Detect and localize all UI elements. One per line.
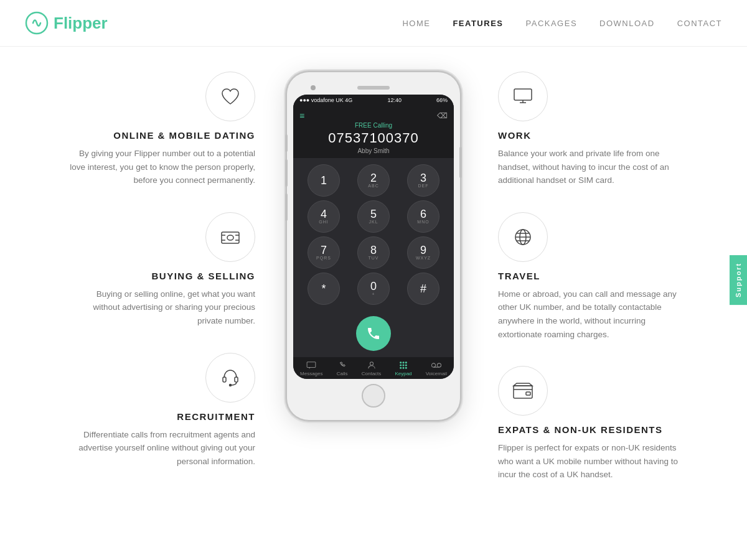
support-tab[interactable]: Support (730, 255, 747, 305)
globe-icon-circle (498, 212, 548, 262)
key-sub-1: ABC (368, 184, 378, 189)
tab-calls[interactable]: Calls (337, 361, 348, 376)
carrier-info: ●●● vodafone UK 4G (299, 97, 352, 103)
svg-point-19 (403, 367, 404, 368)
svg-rect-8 (235, 377, 238, 382)
svg-point-9 (230, 384, 232, 386)
volume-down-button (285, 194, 288, 221)
key-main-2: 3 (420, 172, 426, 184)
tab-messages-label: Messages (300, 371, 322, 376)
svg-point-20 (405, 367, 406, 368)
key-main-8: 9 (420, 245, 426, 256)
phone-screen: ●●● vodafone UK 4G 12:40 66% ≡ ⌫ FREE Ca… (293, 95, 454, 379)
free-calling-label: FREE Calling (293, 122, 454, 129)
tab-keypad[interactable]: Keypad (395, 361, 411, 376)
tab-messages[interactable]: Messages (300, 361, 322, 376)
key-main-3: 4 (321, 208, 327, 220)
dating-icon-circle (205, 72, 255, 121)
contacts-icon (366, 361, 377, 370)
svg-rect-33 (526, 392, 530, 395)
call-button[interactable] (356, 316, 391, 351)
voicemail-icon (431, 361, 442, 370)
key-4[interactable]: 4 GHI (308, 200, 340, 233)
wallet-icon-circle (498, 366, 548, 416)
key-sub-4: JKL (369, 220, 378, 225)
work-desc: Balance your work and private life from … (498, 147, 685, 187)
dating-title: ONLINE & MOBILE DATING (113, 130, 255, 141)
svg-point-15 (400, 365, 402, 366)
key-6[interactable]: 6 MNO (407, 200, 439, 233)
tab-contacts[interactable]: Contacts (362, 361, 382, 376)
key-0[interactable]: 0 + (357, 273, 390, 305)
left-features: ONLINE & MOBILE DATING By giving your Fl… (56, 72, 268, 493)
headset-icon-circle (205, 353, 255, 403)
svg-point-14 (405, 362, 406, 363)
delete-icon: ⌫ (437, 111, 448, 120)
logo[interactable]: Flipper (25, 11, 108, 35)
key-1[interactable]: 1 (308, 164, 340, 197)
home-button[interactable] (362, 384, 385, 408)
nav-contact[interactable]: CONTACT (677, 19, 722, 28)
key-main-6: 7 (321, 245, 327, 256)
work-title: WORK (498, 130, 532, 141)
caller-name: Abby Smith (293, 147, 454, 154)
tab-calls-label: Calls (337, 371, 348, 376)
phone-container: ●●● vodafone UK 4G 12:40 66% ≡ ⌫ FREE Ca… (268, 72, 479, 421)
key-8[interactable]: 8 TUV (357, 236, 390, 269)
expats-title: EXPATS & NON-UK RESIDENTS (498, 424, 662, 435)
main-nav: HOME FEATURES PACKAGES DOWNLOAD CONTACT (402, 19, 722, 28)
feature-expats: EXPATS & NON-UK RESIDENTS Flipper is per… (498, 366, 691, 482)
keypad-icon (398, 361, 409, 370)
nav-download[interactable]: DOWNLOAD (599, 19, 655, 28)
key-9[interactable]: 9 WXYZ (407, 236, 439, 269)
nav-packages[interactable]: PACKAGES (526, 19, 578, 28)
tab-voicemail-label: Voicemail (426, 371, 447, 376)
svg-point-11 (370, 362, 373, 365)
spacer (367, 112, 375, 119)
key-sub-8: WXYZ (416, 256, 431, 261)
key-#[interactable]: # (407, 273, 439, 305)
nav-features[interactable]: FEATURES (453, 19, 503, 28)
time-display: 12:40 (387, 97, 402, 103)
dialed-number: 07537100370 (293, 129, 454, 147)
calls-icon (337, 361, 348, 370)
svg-rect-24 (514, 89, 532, 100)
feature-recruitment: RECRUITMENT Differentiate calls from rec… (56, 353, 255, 469)
key-2[interactable]: 2 ABC (357, 164, 390, 197)
tab-voicemail[interactable]: Voicemail (426, 361, 447, 376)
svg-point-17 (405, 365, 406, 366)
support-tab-wrapper: Support (730, 255, 747, 305)
recruitment-title: RECRUITMENT (177, 411, 255, 422)
key-sub-7: TUV (369, 256, 379, 261)
key-sub-3: GHI (319, 220, 328, 225)
dating-desc: By giving your Flipper number out to a p… (68, 147, 255, 187)
key-sub-10: + (372, 292, 375, 297)
battery-info: 66% (436, 97, 448, 103)
travel-title: TRAVEL (498, 271, 540, 281)
heart-icon (219, 85, 242, 108)
key-main-4: 5 (370, 208, 377, 220)
nav-home[interactable]: HOME (402, 19, 430, 28)
buying-selling-desc: Buying or selling online, get what you w… (68, 287, 255, 328)
keypad: 1 2 ABC 3 DEF 4 GHI 5 JKL 6 MNO 7 PQRS 8… (293, 158, 454, 311)
svg-rect-10 (307, 362, 316, 368)
key-*[interactable]: * (308, 273, 340, 305)
tab-contacts-label: Contacts (362, 371, 382, 376)
main-content: ONLINE & MOBILE DATING By giving your Fl… (0, 47, 747, 531)
wallet-icon (512, 380, 534, 402)
globe-icon (512, 226, 534, 248)
key-5[interactable]: 5 JKL (357, 200, 390, 233)
tab-keypad-label: Keypad (395, 371, 411, 376)
power-button (459, 147, 462, 178)
svg-rect-1 (222, 232, 239, 243)
svg-point-16 (403, 365, 404, 366)
travel-desc: Home or abroad, you can call and message… (498, 287, 685, 341)
key-7[interactable]: 7 PQRS (308, 236, 340, 269)
key-main-9: * (321, 283, 326, 294)
expats-desc: Flipper is perfect for expats or non-UK … (498, 441, 685, 482)
recruitment-desc: Differentiate calls from recruitment age… (68, 428, 255, 469)
key-3[interactable]: 3 DEF (407, 164, 439, 197)
phone-icon (366, 326, 381, 341)
money-icon-circle (205, 212, 255, 262)
buying-selling-title: BUYING & SELLING (151, 271, 255, 281)
